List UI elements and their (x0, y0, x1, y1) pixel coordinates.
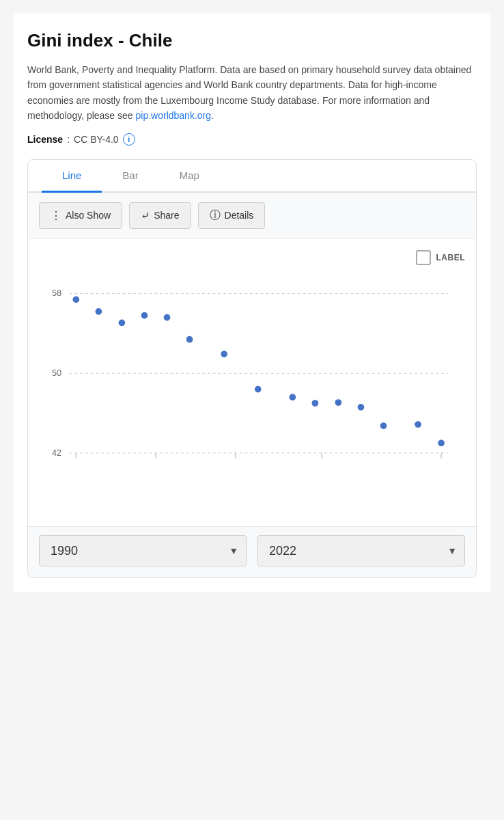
chart-area: LABEL 58 50 42 (28, 239, 476, 526)
svg-point-18 (255, 385, 262, 392)
details-button[interactable]: ⓘ Details (198, 202, 266, 229)
share-icon: ⤶ (141, 209, 150, 222)
page-container: Gini index - Chile World Bank, Poverty a… (14, 14, 490, 592)
end-year-wrap: 1990 1992 1994 1996 1998 2000 2003 2006 … (257, 535, 465, 566)
svg-point-12 (96, 308, 102, 315)
also-show-button[interactable]: ⋮ Also Show (39, 202, 122, 229)
also-show-label: Also Show (66, 210, 111, 221)
license-row: License : CC BY-4.0 i (27, 133, 477, 146)
svg-point-23 (380, 422, 387, 429)
license-label: License (27, 134, 63, 145)
details-icon: ⓘ (210, 208, 221, 223)
end-year-select[interactable]: 1990 1992 1994 1996 1998 2000 2003 2006 … (257, 535, 465, 566)
start-year-select[interactable]: 1990 1992 1994 1996 1998 2000 2003 2006 … (39, 535, 247, 566)
page-title: Gini index - Chile (27, 30, 477, 51)
svg-point-24 (415, 421, 421, 428)
svg-text:42: 42 (52, 448, 61, 457)
label-toggle: LABEL (416, 250, 466, 265)
label-checkbox[interactable] (416, 250, 431, 265)
worldbank-link[interactable]: pip.worldbank.org (136, 110, 212, 121)
svg-point-14 (141, 312, 148, 318)
share-button[interactable]: ⤶ Share (129, 202, 191, 229)
share-label: Share (154, 210, 179, 221)
also-show-icon: ⋮ (51, 209, 61, 222)
year-selectors: 1990 1992 1994 1996 1998 2000 2003 2006 … (28, 526, 476, 577)
description-text: World Bank, Poverty and Inequality Platf… (27, 62, 477, 124)
license-value: CC BY-4.0 (74, 134, 119, 145)
svg-point-17 (221, 351, 227, 357)
svg-text:58: 58 (52, 288, 61, 298)
svg-point-13 (119, 319, 126, 326)
svg-point-25 (438, 439, 445, 446)
toolbar: ⋮ Also Show ⤶ Share ⓘ Details (28, 193, 476, 239)
svg-point-11 (72, 296, 79, 303)
svg-point-16 (186, 336, 193, 342)
svg-point-22 (358, 404, 365, 411)
svg-point-21 (335, 399, 342, 406)
tabs-row: Line Bar Map (28, 160, 476, 193)
chart-svg: 58 50 42 (36, 250, 468, 510)
svg-text:50: 50 (52, 368, 61, 378)
chart-card: Line Bar Map ⋮ Also Show ⤶ Share ⓘ Detai… (27, 159, 477, 578)
license-info-icon[interactable]: i (123, 133, 135, 146)
chart-svg-container: 58 50 42 (36, 250, 468, 510)
tab-bar[interactable]: Bar (102, 160, 158, 193)
svg-point-15 (164, 314, 171, 320)
label-text: LABEL (436, 253, 466, 262)
details-label: Details (225, 210, 254, 221)
tab-line[interactable]: Line (42, 160, 102, 193)
tab-map[interactable]: Map (159, 160, 220, 193)
svg-point-20 (312, 400, 319, 407)
start-year-wrap: 1990 1992 1994 1996 1998 2000 2003 2006 … (39, 535, 247, 566)
svg-point-19 (289, 394, 296, 400)
